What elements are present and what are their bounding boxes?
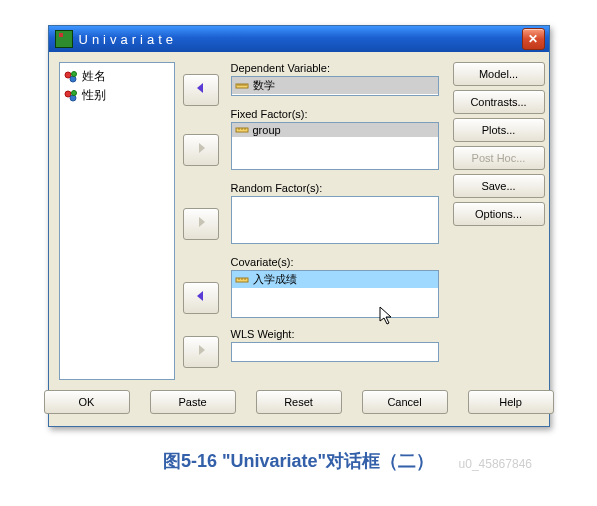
dependent-box[interactable]: 数学 — [231, 76, 439, 96]
plots-button[interactable]: Plots... — [453, 118, 545, 142]
title-text: Univariate — [79, 32, 178, 47]
svg-point-2 — [71, 71, 76, 76]
fields-column: Dependent Variable: 数学 Fixed Factor(s): … — [231, 62, 439, 380]
dependent-label: Dependent Variable: — [231, 62, 439, 74]
help-button[interactable]: Help — [468, 390, 554, 414]
variable-item[interactable]: 数学 — [232, 77, 438, 94]
ruler-icon — [235, 274, 249, 286]
variable-label: 入学成绩 — [253, 272, 297, 287]
save-button[interactable]: Save... — [453, 174, 545, 198]
posthoc-button[interactable]: Post Hoc... — [453, 146, 545, 170]
arrow-left-icon — [193, 289, 209, 307]
fixed-label: Fixed Factor(s): — [231, 108, 439, 120]
move-to-dependent-button[interactable] — [183, 74, 219, 106]
arrow-left-icon — [193, 81, 209, 99]
arrow-right-icon — [193, 141, 209, 159]
variable-label: 数学 — [253, 78, 275, 93]
cancel-button[interactable]: Cancel — [362, 390, 448, 414]
variable-item[interactable]: group — [232, 123, 438, 137]
fixed-box[interactable]: group — [231, 122, 439, 170]
arrow-right-icon — [193, 215, 209, 233]
arrow-column — [183, 62, 223, 380]
svg-point-1 — [70, 76, 76, 82]
move-to-wls-button[interactable] — [183, 336, 219, 368]
ruler-icon — [235, 124, 249, 136]
wls-box[interactable] — [231, 342, 439, 362]
svg-point-4 — [70, 95, 76, 101]
close-icon[interactable]: ✕ — [522, 28, 545, 50]
svg-point-5 — [71, 90, 76, 95]
model-button[interactable]: Model... — [453, 62, 545, 86]
source-variable-list[interactable]: 姓名 性别 — [59, 62, 175, 380]
nominal-icon — [64, 89, 78, 103]
dialog-content: 姓名 性别 — [49, 52, 549, 426]
move-to-fixed-button[interactable] — [183, 134, 219, 166]
right-buttons-column: Model... Contrasts... Plots... Post Hoc.… — [447, 62, 539, 380]
variable-item[interactable]: 入学成绩 — [232, 271, 438, 288]
move-to-random-button[interactable] — [183, 208, 219, 240]
list-item[interactable]: 姓名 — [62, 67, 172, 86]
app-icon — [55, 30, 73, 48]
paste-button[interactable]: Paste — [150, 390, 236, 414]
variable-label: group — [253, 124, 281, 136]
covariate-box[interactable]: 入学成绩 — [231, 270, 439, 318]
arrow-right-icon — [193, 343, 209, 361]
list-item[interactable]: 性别 — [62, 86, 172, 105]
bottom-buttons: OK Paste Reset Cancel Help — [59, 390, 539, 414]
list-item-label: 姓名 — [82, 68, 106, 85]
move-to-covariate-button[interactable] — [183, 282, 219, 314]
random-box[interactable] — [231, 196, 439, 244]
titlebar[interactable]: Univariate ✕ — [49, 26, 549, 52]
list-item-label: 性别 — [82, 87, 106, 104]
options-button[interactable]: Options... — [453, 202, 545, 226]
ruler-icon — [235, 80, 249, 92]
wls-label: WLS Weight: — [231, 328, 439, 340]
contrasts-button[interactable]: Contrasts... — [453, 90, 545, 114]
reset-button[interactable]: Reset — [256, 390, 342, 414]
random-label: Random Factor(s): — [231, 182, 439, 194]
ok-button[interactable]: OK — [44, 390, 130, 414]
covariate-label: Covariate(s): — [231, 256, 439, 268]
nominal-icon — [64, 70, 78, 84]
univariate-dialog: Univariate ✕ 姓名 性别 — [48, 25, 550, 427]
